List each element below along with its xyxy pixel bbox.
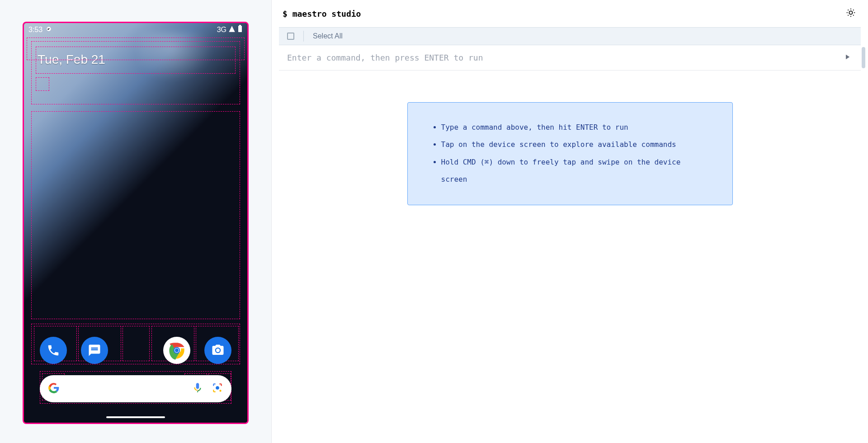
play-icon (843, 53, 851, 63)
dock-chrome-icon[interactable] (163, 337, 190, 364)
device-search-bar[interactable] (40, 375, 231, 402)
signal-icon (228, 25, 236, 34)
studio-panel: $ maestro studio Select All (271, 0, 868, 443)
toolbar-divider (303, 31, 304, 42)
hint-item: Type a command above, then hit ENTER to … (441, 119, 710, 136)
notification-icon (45, 25, 52, 34)
run-button[interactable] (842, 52, 853, 63)
device-panel: 3:53 3G Tue, Feb 21 (0, 0, 271, 443)
dock-empty-slot (122, 337, 149, 364)
svg-point-8 (219, 390, 221, 391)
content-area: Type a command above, then hit ENTER to … (272, 71, 868, 443)
theme-toggle-button[interactable] (844, 7, 857, 20)
svg-rect-2 (239, 25, 241, 26)
battery-icon (237, 25, 243, 35)
device-dock (24, 337, 247, 364)
command-toolbar: Select All (279, 27, 861, 45)
mic-icon[interactable] (192, 382, 203, 396)
date-widget[interactable]: Tue, Feb 21 (38, 52, 105, 67)
command-input[interactable] (287, 53, 842, 62)
status-network: 3G (217, 26, 226, 34)
svg-point-6 (175, 349, 179, 352)
hint-box: Type a command above, then hit ENTER to … (407, 102, 733, 205)
device-frame[interactable]: 3:53 3G Tue, Feb 21 (23, 22, 249, 424)
dock-messages-icon[interactable] (81, 337, 108, 364)
command-input-row (279, 45, 861, 71)
dock-camera-icon[interactable] (204, 337, 231, 364)
device-nav-handle[interactable] (106, 416, 165, 418)
sun-icon (846, 8, 856, 19)
select-all-label[interactable]: Select All (313, 32, 343, 40)
svg-point-7 (216, 386, 219, 390)
dock-phone-icon[interactable] (40, 337, 67, 364)
status-time: 3:53 (28, 26, 42, 34)
svg-rect-1 (238, 26, 242, 32)
google-logo-icon (48, 382, 60, 396)
hint-item: Tap on the device screen to explore avai… (441, 136, 710, 153)
studio-header: $ maestro studio (272, 0, 868, 27)
select-all-checkbox[interactable] (287, 33, 294, 40)
hint-item: Hold CMD (⌘) down to freely tap and swip… (441, 154, 710, 189)
lens-icon[interactable] (212, 382, 223, 396)
svg-point-9 (849, 11, 852, 14)
app-title: $ maestro studio (283, 9, 361, 19)
scrollbar[interactable] (862, 47, 865, 68)
device-status-bar: 3:53 3G (24, 23, 247, 37)
